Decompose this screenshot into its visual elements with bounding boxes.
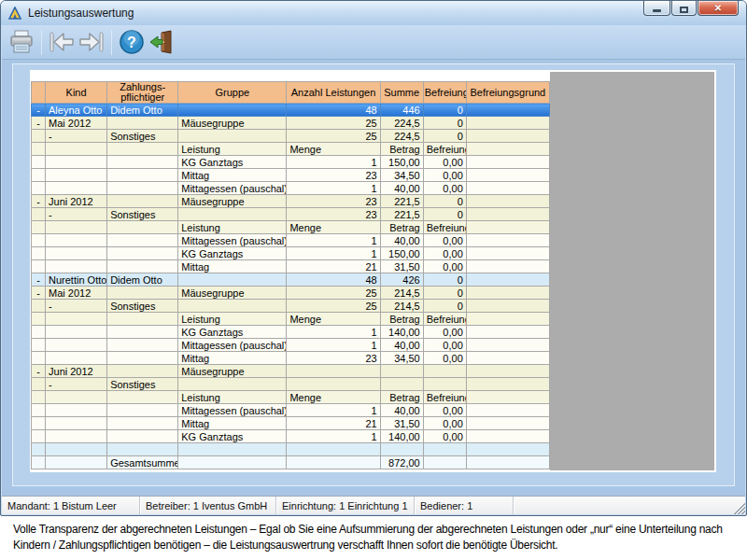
table-row[interactable]: -Sonstiges25214,50 xyxy=(32,300,550,313)
cell: 0 xyxy=(423,300,466,313)
cell: 21 xyxy=(287,417,380,430)
cell: 0,00 xyxy=(423,234,466,247)
cell: 150,00 xyxy=(380,156,423,169)
grid-area: KindZahlungs- pflichtigerGruppeAnzahl Le… xyxy=(30,70,716,472)
cell xyxy=(107,352,178,365)
cell xyxy=(466,391,549,404)
row-expander[interactable]: - xyxy=(32,104,46,117)
cell xyxy=(32,247,46,260)
cell: Befreiung xyxy=(423,221,466,234)
cell: 214,5 xyxy=(380,300,423,313)
status-bar: Mandant: 1 Bistum Leer Betreiber: 1 Iven… xyxy=(2,496,745,514)
cell: 872,00 xyxy=(380,456,423,469)
table-row[interactable]: LeistungMengeBetragBefreiung xyxy=(32,221,550,234)
row-expander[interactable]: - xyxy=(32,287,46,300)
column-header[interactable]: Zahlungs- pflichtiger xyxy=(107,82,178,104)
table-row[interactable] xyxy=(32,443,550,456)
table-row[interactable]: Mittag2131,500,00 xyxy=(32,417,550,430)
cell xyxy=(466,443,549,456)
cell xyxy=(466,130,549,143)
table-row[interactable]: KG Ganztags1140,000,00 xyxy=(32,326,550,339)
table-row[interactable]: -Juni 2012Mäusegruppe xyxy=(32,365,550,378)
cell: Menge xyxy=(287,143,380,156)
table-row[interactable]: -Juni 2012Mäusegruppe23221,50 xyxy=(32,195,550,208)
cell: KG Ganztags xyxy=(178,247,287,260)
cell xyxy=(287,443,380,456)
minimize-icon xyxy=(653,9,661,12)
row-expander[interactable]: - xyxy=(32,117,46,130)
table-row[interactable]: KG Ganztags1150,000,00 xyxy=(32,156,550,169)
table-row[interactable]: LeistungMengeBetragBefreiung xyxy=(32,313,550,326)
cell: KG Ganztags xyxy=(178,326,287,339)
cell xyxy=(466,221,549,234)
table-row[interactable]: Mittag2131,500,00 xyxy=(32,260,550,273)
table-row[interactable]: Mittagessen (pauschal)140,000,00 xyxy=(32,339,550,352)
column-header[interactable]: Kind xyxy=(46,82,107,104)
table-row[interactable]: KG Ganztags1150,000,00 xyxy=(32,247,550,260)
table-row[interactable]: KG Ganztags1140,000,00 xyxy=(32,430,550,443)
help-button[interactable]: ? xyxy=(117,27,147,57)
cell xyxy=(107,247,178,260)
cell xyxy=(287,365,380,378)
column-header[interactable]: Befreiungsgrund xyxy=(466,82,549,104)
row-expander[interactable]: - xyxy=(46,208,107,221)
status-bediener: Bediener: 1 xyxy=(415,497,514,514)
cell: 0,00 xyxy=(423,156,466,169)
column-header[interactable]: Anzahl Leistungen xyxy=(287,82,380,104)
cell: Menge xyxy=(287,221,380,234)
table-row[interactable]: Mittagessen (pauschal)140,000,00 xyxy=(32,234,550,247)
resize-grip[interactable] xyxy=(732,497,745,514)
column-header[interactable]: Summe xyxy=(380,82,423,104)
table-row[interactable]: -Aleyna OttoDidem Otto484460 xyxy=(32,104,550,117)
cell: 1 xyxy=(287,404,380,417)
table-row[interactable]: -Mai 2012Mäusegruppe25224,50 xyxy=(32,117,550,130)
row-expander[interactable]: - xyxy=(46,378,107,391)
title-bar[interactable]: Leistungsauswertung ✕ xyxy=(1,1,746,25)
cell: 0,00 xyxy=(423,404,466,417)
exit-button[interactable] xyxy=(147,27,176,57)
cell: Sonstiges xyxy=(107,300,178,313)
row-expander[interactable]: - xyxy=(32,195,46,208)
table-row[interactable]: -Sonstiges25224,50 xyxy=(32,130,550,143)
row-expander[interactable]: - xyxy=(32,365,46,378)
table-row[interactable]: Gesamtsumme872,00 xyxy=(32,456,550,469)
svg-text:?: ? xyxy=(127,35,136,50)
table-row[interactable]: LeistungMengeBetragBefreiung xyxy=(32,391,550,404)
cell: 0 xyxy=(423,208,466,221)
cell xyxy=(46,352,107,365)
previous-button[interactable] xyxy=(47,27,77,57)
table-row[interactable]: -Sonstiges23221,50 xyxy=(32,208,550,221)
row-expander[interactable]: - xyxy=(32,273,46,287)
cell xyxy=(32,182,46,195)
table-row[interactable]: Mittag2334,500,00 xyxy=(32,352,550,365)
window-title: Leistungsauswertung xyxy=(28,7,134,20)
cell: 34,50 xyxy=(380,352,423,365)
cell: 150,00 xyxy=(380,247,423,260)
table-row[interactable]: LeistungMengeBetragBefreiung xyxy=(32,143,550,156)
table-row[interactable]: Mittagessen (pauschal)140,000,00 xyxy=(32,182,550,195)
close-button[interactable]: ✕ xyxy=(698,1,739,16)
next-button[interactable] xyxy=(77,27,106,57)
maximize-button[interactable] xyxy=(671,1,697,16)
row-expander[interactable]: - xyxy=(46,300,107,313)
minimize-button[interactable] xyxy=(643,1,670,16)
cell xyxy=(466,352,549,365)
cell xyxy=(46,169,107,182)
cell: 0,00 xyxy=(423,169,466,182)
table-row[interactable]: -Mai 2012Mäusegruppe25214,50 xyxy=(32,287,550,300)
cell: 214,5 xyxy=(380,287,423,300)
arrow-last-icon xyxy=(78,29,106,55)
column-header[interactable]: Gruppe xyxy=(178,82,287,104)
table-row[interactable]: -Sonstiges xyxy=(32,378,550,391)
cell xyxy=(32,391,46,404)
print-button[interactable] xyxy=(7,27,36,57)
table-row[interactable]: Mittag2334,500,00 xyxy=(32,169,550,182)
table-row[interactable]: Mittagessen (pauschal)140,000,00 xyxy=(32,404,550,417)
row-expander[interactable]: - xyxy=(46,130,107,143)
cell xyxy=(32,313,46,326)
table-row[interactable]: -Nurettin OttoDidem Otto484260 xyxy=(32,273,550,287)
cell: 21 xyxy=(287,260,380,273)
column-header[interactable] xyxy=(32,82,46,104)
column-header[interactable]: Befreiung xyxy=(423,82,466,104)
cell: Didem Otto xyxy=(107,104,178,117)
